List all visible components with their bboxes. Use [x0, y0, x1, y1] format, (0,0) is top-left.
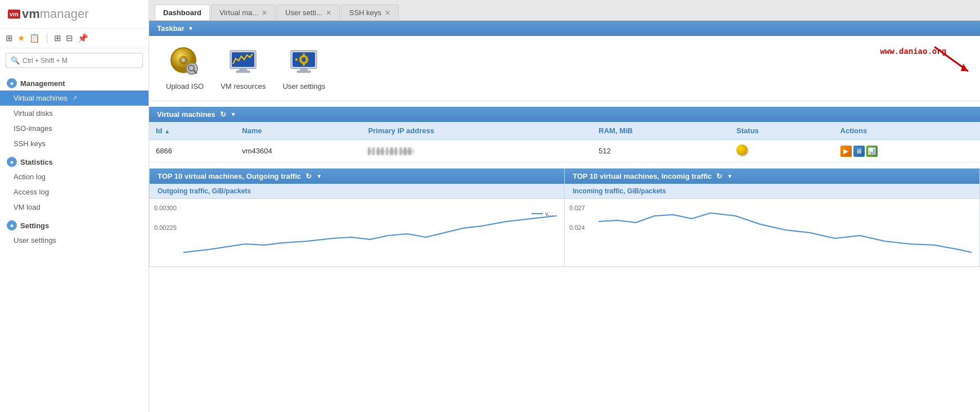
- content-area: Taskbar ▼: [149, 21, 980, 412]
- tab-dashboard[interactable]: Dashboard: [155, 4, 210, 20]
- outgoing-traffic-title: TOP 10 virtual machines, Outgoing traffi…: [158, 172, 301, 180]
- tab-us-label: User setti...: [285, 8, 322, 17]
- taskbar-dropdown-arrow[interactable]: ▼: [188, 25, 194, 31]
- col-ip-label: Primary IP address: [368, 126, 434, 135]
- tab-us-close[interactable]: ✕: [326, 9, 331, 17]
- tab-vm-close[interactable]: ✕: [262, 9, 267, 17]
- incoming-chart-svg: [599, 205, 972, 261]
- svg-point-2: [182, 58, 185, 62]
- settings-icon: ●: [7, 220, 17, 230]
- sidebar-item-iso-images[interactable]: ISO-images: [0, 121, 149, 136]
- legend-line: [532, 213, 543, 214]
- toolbar-separator: [47, 33, 47, 43]
- incoming-y-label-1: 0.027: [569, 205, 585, 211]
- tab-ssh-close[interactable]: ✕: [385, 9, 390, 17]
- tab-ssh-keys[interactable]: SSH keys ✕: [341, 4, 399, 20]
- outgoing-traffic-header: TOP 10 virtual machines, Outgoing traffi…: [150, 169, 564, 184]
- incoming-subheader: Incoming traffic, GiB/packets: [565, 184, 979, 199]
- cell-id: 6866: [149, 140, 235, 162]
- logo-icon: vm: [8, 10, 20, 19]
- logo-vm-text: vm: [22, 7, 40, 21]
- svg-rect-14: [303, 53, 305, 56]
- grid-icon[interactable]: ⊞: [6, 33, 13, 43]
- ip-blurred: ■ ■■.■■.■■■: [368, 147, 412, 155]
- svg-rect-9: [236, 71, 250, 73]
- svg-rect-15: [303, 64, 305, 66]
- red-arrow-svg: [929, 42, 974, 75]
- col-actions[interactable]: Actions: [834, 122, 980, 140]
- sidebar-item-vm-load[interactable]: VM load: [0, 200, 149, 215]
- virtual-disks-label: Virtual disks: [14, 109, 53, 117]
- sidebar-item-virtual-disks[interactable]: Virtual disks: [0, 106, 149, 121]
- logo-area: vm vm manager: [0, 0, 149, 29]
- sidebar-item-ssh-keys[interactable]: SSH keys: [0, 136, 149, 151]
- col-status[interactable]: Status: [730, 122, 833, 140]
- remove-tab-icon[interactable]: ⊟: [66, 33, 73, 43]
- incoming-y-label-2: 0.024: [569, 224, 585, 231]
- sidebar-item-virtual-machines[interactable]: Virtual machines ↗: [0, 90, 149, 106]
- main-area: Dashboard Virtual ma... ✕ User setti... …: [149, 0, 980, 412]
- star-icon[interactable]: ★: [17, 33, 25, 43]
- cell-ip: ■ ■■.■■.■■■: [361, 140, 592, 162]
- tab-virtual-machines[interactable]: Virtual ma... ✕: [211, 4, 276, 20]
- incoming-traffic-title: TOP 10 virtual machines, Incomig traffic: [573, 172, 712, 180]
- outgoing-refresh-icon[interactable]: ↻: [305, 172, 312, 180]
- outgoing-chart-svg: [183, 205, 556, 261]
- iso-images-label: ISO-images: [14, 124, 52, 133]
- vm-section-dropdown[interactable]: ▼: [231, 111, 236, 117]
- action-chart-icon[interactable]: 📊: [866, 146, 878, 157]
- vm-refresh-icon[interactable]: ↻: [220, 110, 226, 119]
- sidebar-item-access-log[interactable]: Access log: [0, 184, 149, 200]
- incoming-chart-area: 0.027 0.024: [565, 199, 979, 266]
- col-name-label: Name: [242, 126, 262, 135]
- section-settings: ● Settings: [0, 215, 149, 233]
- logo-manager-text: manager: [40, 7, 89, 21]
- tabs-bar: Dashboard Virtual ma... ✕ User setti... …: [149, 0, 980, 21]
- taskbar-header[interactable]: Taskbar ▼: [149, 21, 980, 36]
- col-status-label: Status: [736, 126, 759, 135]
- tab-user-settings[interactable]: User setti... ✕: [277, 4, 340, 20]
- ssh-keys-label: SSH keys: [14, 139, 46, 148]
- incoming-dropdown[interactable]: ▼: [727, 173, 732, 179]
- outgoing-chart-legend: v...: [532, 210, 553, 217]
- col-id[interactable]: Id ▲: [149, 122, 235, 140]
- upload-iso-item[interactable]: Upload ISO: [166, 46, 204, 90]
- cell-actions: ▶ 🖥 📊: [834, 140, 980, 162]
- col-id-label: Id: [156, 126, 163, 135]
- col-ram[interactable]: RAM, MiB: [592, 122, 730, 140]
- user-settings-item[interactable]: User settings: [282, 46, 325, 90]
- col-ip[interactable]: Primary IP address: [361, 122, 592, 140]
- incoming-refresh-icon[interactable]: ↻: [716, 172, 722, 180]
- sidebar-item-action-log[interactable]: Action log: [0, 169, 149, 184]
- virtual-machines-label: Virtual machines: [14, 94, 68, 102]
- pin-icon[interactable]: 📌: [78, 33, 88, 43]
- action-screen-icon[interactable]: 🖥: [853, 146, 865, 157]
- outgoing-traffic-section: TOP 10 virtual machines, Outgoing traffi…: [149, 168, 565, 267]
- action-log-label: Action log: [14, 173, 46, 181]
- clipboard-icon[interactable]: 📋: [29, 33, 40, 43]
- outgoing-dropdown[interactable]: ▼: [316, 173, 322, 179]
- incoming-traffic-section: TOP 10 virtual machines, Incomig traffic…: [565, 168, 980, 267]
- vm-resources-label: VM resources: [221, 82, 266, 90]
- red-arrow: [929, 42, 974, 77]
- search-input[interactable]: [23, 57, 138, 65]
- upload-iso-icon: [169, 46, 201, 78]
- user-settings-icon: [288, 46, 320, 78]
- vm-resources-item[interactable]: VM resources: [221, 46, 266, 90]
- incoming-subtitle-text: Incoming traffic, GiB/packets: [573, 187, 666, 195]
- tab-dashboard-label: Dashboard: [163, 8, 201, 17]
- svg-rect-16: [295, 58, 298, 61]
- search-box[interactable]: 🔍: [6, 53, 143, 68]
- action-icons: ▶ 🖥 📊: [840, 146, 973, 157]
- sidebar-item-user-settings[interactable]: User settings: [0, 233, 149, 248]
- col-name[interactable]: Name: [235, 122, 361, 140]
- outgoing-subtitle-text: Outgoing traffic, GiB/packets: [158, 187, 251, 195]
- tab-ssh-label: SSH keys: [349, 8, 381, 17]
- col-ram-label: RAM, MiB: [599, 126, 633, 135]
- table-row: 6866 vm43604 ■ ■■.■■.■■■ 512 ▶ 🖥: [149, 140, 980, 162]
- outgoing-subheader: Outgoing traffic, GiB/packets: [150, 184, 564, 199]
- action-play-icon[interactable]: ▶: [840, 146, 852, 157]
- incoming-traffic-header: TOP 10 virtual machines, Incomig traffic…: [565, 169, 979, 184]
- svg-rect-17: [305, 58, 308, 61]
- add-tab-icon[interactable]: ⊞: [54, 33, 61, 43]
